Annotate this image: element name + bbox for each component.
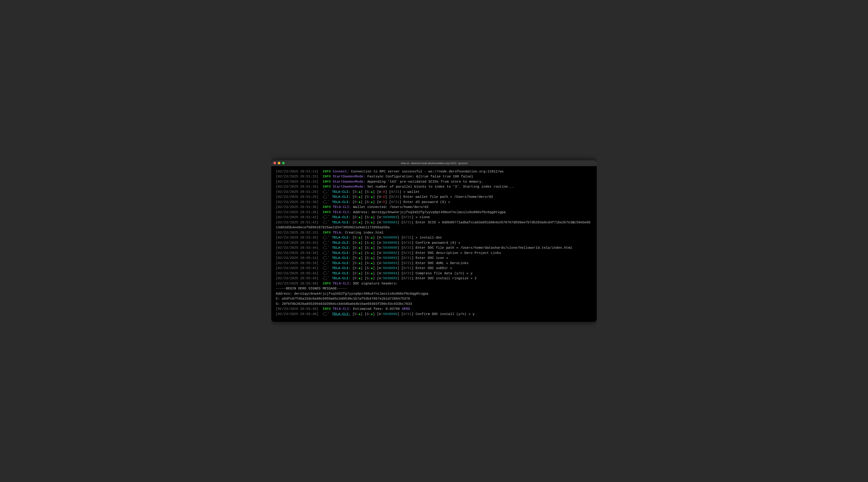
- dero-label: DERO: [402, 307, 410, 311]
- triangle-up-icon: ▲: [371, 266, 373, 270]
- triangle-up-icon: ▲: [359, 251, 361, 255]
- tela-cli-label: TELA-CLI:: [332, 221, 350, 225]
- info-label: INFO: [322, 175, 333, 178]
- triangle-up-icon: ▲: [371, 236, 373, 239]
- timestamp: [02/23/2025 20:51:15]: [276, 175, 322, 178]
- timestamp: [02/23/2025 20:51:25]: [276, 195, 322, 199]
- braille-spinner-icon: ⢎⡡⠁: [322, 246, 332, 250]
- timestamp: [02/23/2025 20:51:25]: [276, 190, 322, 194]
- log-line: [02/23/2025 20:53:44] ⢎⡡⠁ TELA-CLI: [D:▲…: [276, 246, 592, 251]
- wallet-height: 5030896: [383, 312, 397, 316]
- log-line: [02/23/2025 20:55:43] ⢎⡡⠁ TELA-CLI: [D:▲…: [276, 271, 592, 276]
- braille-spinner-icon: ⢎⡡⠁: [322, 236, 332, 239]
- wallet-height: 5030893: [383, 261, 397, 265]
- log-line: [02/23/2025 20:51:36] ⢎⡡⠁ TELA-CLI: [D:▲…: [276, 200, 592, 205]
- timestamp: [02/23/2025 20:55:16]: [276, 261, 322, 265]
- triangle-up-icon: ▲: [359, 277, 361, 280]
- source-label: StartDaemonMode:: [333, 175, 367, 178]
- source-label: TELA:: [333, 231, 345, 235]
- source-label: TELA-CLI:: [333, 282, 353, 286]
- prompt-text: Enter DOC dURL » DeroLinks: [415, 261, 468, 265]
- log-line: [02/23/2025 20:51:25] ⢎⡡⠁ TELA-CLI: [D:▲…: [276, 195, 592, 200]
- prompt-text: Enter DOC file path » /Users/home/datash…: [415, 246, 572, 250]
- triangle-up-icon: ▲: [371, 251, 373, 255]
- timestamp: [02/23/2025 20:55:48]: [276, 307, 322, 311]
- prompt-text: Enter DOC install ringsize » 2: [415, 277, 476, 280]
- tela-cli-label: TELA-CLI:: [332, 256, 350, 260]
- info-label: INFO: [322, 205, 333, 209]
- prompt-text: » install-doc: [415, 236, 442, 239]
- timestamp: [02/23/2025 20:51:36]: [276, 210, 322, 214]
- message-text: Fastsync Configuration: &{true false tru…: [367, 175, 473, 178]
- triangle-up-icon: ▲: [359, 241, 361, 245]
- timestamp: [02/23/2025 20:55:14]: [276, 256, 322, 260]
- prompt-text: Enter DOC subDir »: [415, 266, 452, 270]
- source-label: TELA-CLI:: [333, 307, 353, 311]
- minimize-icon[interactable]: [278, 162, 280, 164]
- source-label: Connect:: [333, 170, 351, 174]
- tela-cli-label: TELA-CLI:: [332, 195, 350, 199]
- prompt-text: Enter DOC icon »: [415, 256, 448, 260]
- source-label: StartDaemonMode:: [333, 185, 367, 189]
- braille-spinner-icon: ⢎⡡⠁: [322, 277, 332, 280]
- triangle-up-icon: ▲: [371, 256, 373, 260]
- log-line: [02/23/2025 20:54:34] ⢎⡡⠁ TELA-CLI: [D:▲…: [276, 251, 592, 256]
- triangle-up-icon: ▲: [359, 236, 361, 239]
- braille-spinner-icon: ⢎⡡⠁: [322, 266, 332, 270]
- tela-cli-label: TELA-CLI:: [332, 190, 350, 194]
- wallet-height: 5030890: [383, 241, 397, 245]
- source-label: TELA-CLI:: [333, 210, 353, 214]
- window-controls: [274, 162, 285, 164]
- info-label: INFO: [322, 282, 333, 286]
- terminal-output[interactable]: [02/23/2025 20:51:13] INFO Connect: Conn…: [271, 166, 597, 322]
- prompt-text: » wallet: [403, 190, 420, 194]
- message-text: Connection to RPC server successful - ws…: [351, 170, 504, 174]
- prompt-text: Confirm DOC install (y/n) » y: [415, 312, 474, 316]
- close-icon[interactable]: [274, 162, 276, 164]
- tela-cli-label: TELA-CLI:: [332, 266, 350, 270]
- titlebar: ./tela-cli --daemon=node.derofoundation.…: [271, 160, 597, 166]
- triangle-up-icon: ▲: [371, 312, 373, 316]
- triangle-up-icon: ▲: [359, 190, 361, 194]
- terminal-window: ./tela-cli --daemon=node.derofoundation.…: [271, 160, 597, 322]
- info-label: INFO: [322, 210, 333, 214]
- wallet-height: 5030883: [383, 216, 397, 219]
- triangle-up-icon: ▲: [359, 266, 361, 270]
- wallet-height: 0: [383, 200, 385, 204]
- log-line: [02/23/2025 20:55:48] INFO TELA-CLI: DOC…: [276, 281, 592, 286]
- tela-cli-label: TELA-CLI:: [332, 277, 350, 280]
- maximize-icon[interactable]: [282, 162, 285, 164]
- message-text: Wallet connected: /Users/home/dero/d3: [353, 205, 428, 209]
- triangle-up-icon: ▲: [371, 261, 373, 265]
- log-line: -----BEGIN DERO SIGNED MESSAGE-----: [276, 286, 592, 291]
- log-line: [02/23/2025 20:51:36] INFO TELA-CLI: Add…: [276, 210, 592, 215]
- log-line: [02/23/2025 20:53:43] ⢎⡡⠁ TELA-CLI: [D:▲…: [276, 240, 592, 246]
- wallet-height: 5030892: [383, 251, 397, 255]
- timestamp: [02/23/2025 20:53:43]: [276, 241, 322, 245]
- triangle-up-icon: ▲: [359, 216, 361, 219]
- triangle-up-icon: ▲: [371, 241, 373, 245]
- log-line: C: a5dfc07fd5a15dc8a98c6959a05c5d9530c1b…: [276, 296, 592, 302]
- message-text: Creating index.html: [345, 231, 383, 235]
- timestamp: [02/23/2025 20:51:42]: [276, 216, 322, 219]
- tela-cli-label: TELA-CLI:: [332, 241, 350, 245]
- triangle-up-icon: ▲: [359, 200, 361, 204]
- plain-text: -----BEGIN DERO SIGNED MESSAGE-----: [276, 287, 347, 290]
- triangle-up-icon: ▲: [359, 272, 361, 275]
- timestamp: [02/23/2025 20:51:15]: [276, 180, 322, 184]
- log-line: [02/23/2025 20:55:14] ⢎⡡⠁ TELA-CLI: [D:▲…: [276, 256, 592, 261]
- braille-spinner-icon: ⢎⡡⠁: [322, 221, 332, 225]
- tela-cli-label: TELA-CLI:: [332, 261, 350, 265]
- timestamp: [02/23/2025 20:51:18]: [276, 185, 322, 189]
- triangle-up-icon: ▲: [371, 277, 373, 280]
- triangle-up-icon: ▲: [371, 246, 373, 250]
- braille-spinner-icon: ⢎⡡⠁: [322, 200, 332, 204]
- triangle-up-icon: ▲: [359, 256, 361, 260]
- timestamp: [02/23/2025 20:51:42]: [276, 221, 322, 225]
- tela-cli-label: TELA-CLI:: [332, 200, 350, 204]
- window-title: ./tela-cli --daemon=node.derofoundation.…: [271, 161, 597, 165]
- message-text: Appending '143' pre-validated SCIDs from…: [367, 180, 483, 184]
- log-line: [02/23/2025 20:55:16] ⢎⡡⠁ TELA-CLI: [D:▲…: [276, 261, 592, 266]
- info-label: INFO: [322, 231, 333, 235]
- prompt-text: Enter d3 password (9) »: [403, 200, 450, 204]
